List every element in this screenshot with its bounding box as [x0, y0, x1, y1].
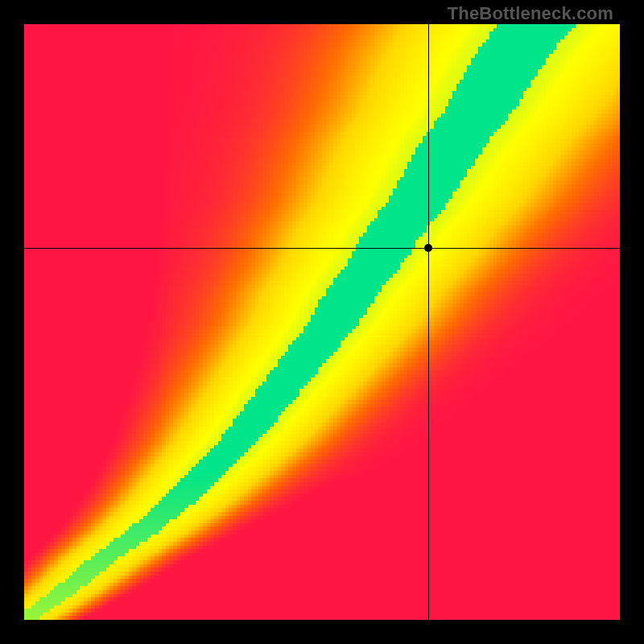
crosshair-vertical [428, 24, 429, 620]
heatmap-plot [24, 24, 620, 620]
watermark-label: TheBottleneck.com [448, 3, 613, 24]
chart-frame: TheBottleneck.com [0, 0, 644, 644]
heatmap-canvas [24, 24, 620, 620]
selection-marker [424, 244, 432, 252]
crosshair-horizontal [24, 248, 620, 249]
